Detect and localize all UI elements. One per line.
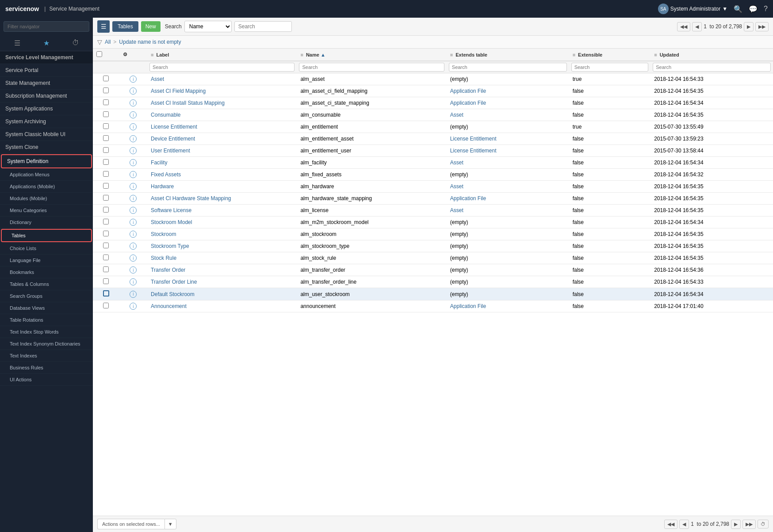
row-checkbox[interactable] xyxy=(103,183,109,189)
th-name[interactable]: ≡ Name ▲ xyxy=(297,49,446,61)
sidebar-item-modules--mobile-[interactable]: Modules (Mobile) xyxy=(0,193,93,205)
info-icon[interactable]: i xyxy=(130,147,137,154)
filter-condition-link[interactable]: Update name is not empty xyxy=(119,39,181,45)
row-extends-link[interactable]: Asset xyxy=(450,112,463,118)
row-extends-link[interactable]: Asset xyxy=(450,207,463,213)
sidebar-item-business-rules[interactable]: Business Rules xyxy=(0,362,93,374)
th-label[interactable]: ≡ Label xyxy=(147,49,297,61)
info-icon[interactable]: i xyxy=(130,195,137,202)
sidebar-item-system-archiving[interactable]: System Archiving xyxy=(0,115,93,128)
sidebar-item-tables[interactable]: Tables xyxy=(1,229,92,242)
info-icon[interactable]: i xyxy=(130,123,137,130)
sidebar-tab-history[interactable]: ⏱ xyxy=(62,37,89,49)
row-label-link[interactable]: Asset xyxy=(151,76,164,82)
search-extends-input[interactable] xyxy=(449,63,567,72)
prev-page-button[interactable]: ◀ xyxy=(692,22,702,31)
sidebar-item-system-applications[interactable]: System Applications xyxy=(0,103,93,115)
sidebar-item-text-indexes[interactable]: Text Indexes xyxy=(0,350,93,362)
row-checkbox[interactable] xyxy=(103,76,109,81)
info-icon[interactable]: i xyxy=(130,207,137,214)
help-icon-button[interactable]: ? xyxy=(764,5,768,13)
sidebar-tab-favorites[interactable]: ★ xyxy=(33,37,60,49)
row-checkbox[interactable] xyxy=(103,231,109,236)
bottom-first-page-button[interactable]: ◀◀ xyxy=(664,520,677,529)
row-checkbox[interactable] xyxy=(103,290,109,296)
row-label-link[interactable]: User Entitlement xyxy=(151,148,190,154)
row-checkbox[interactable] xyxy=(103,207,109,213)
th-settings[interactable]: ⚙ xyxy=(119,49,148,61)
sidebar-item-ui-actions[interactable]: UI Actions xyxy=(0,374,93,386)
select-all-checkbox[interactable] xyxy=(96,51,102,57)
sidebar-item-choice-lists[interactable]: Choice Lists xyxy=(0,243,93,255)
info-icon[interactable]: i xyxy=(130,99,137,106)
row-extends-link[interactable]: Application File xyxy=(450,100,486,106)
sidebar-item-search-groups[interactable]: Search Groups xyxy=(0,290,93,302)
search-input[interactable] xyxy=(234,21,292,32)
row-extends-link[interactable]: Application File xyxy=(450,88,486,94)
row-checkbox[interactable] xyxy=(103,266,109,272)
row-label-link[interactable]: Default Stockroom xyxy=(151,291,195,297)
hamburger-button[interactable]: ☰ xyxy=(97,20,110,33)
row-label-link[interactable]: Stockroom Type xyxy=(151,243,189,249)
search-name-input[interactable] xyxy=(299,63,444,72)
info-icon[interactable]: i xyxy=(130,219,137,226)
row-extends-link[interactable]: Application File xyxy=(450,195,486,201)
row-extends-link[interactable]: Asset xyxy=(450,183,463,190)
sidebar-item-table-rotations[interactable]: Table Rotations xyxy=(0,314,93,326)
sidebar-item-system-classic-mobile-ui[interactable]: System Classic Mobile UI xyxy=(0,128,93,141)
tables-button[interactable]: Tables xyxy=(112,21,138,32)
info-icon[interactable]: i xyxy=(130,255,137,262)
actions-caret-button[interactable]: ▼ xyxy=(165,519,176,529)
row-checkbox[interactable] xyxy=(103,87,109,93)
th-extensible[interactable]: ≡ Extensible xyxy=(569,49,651,61)
th-extends[interactable]: ≡ Extends table xyxy=(447,49,569,61)
bottom-last-page-button[interactable]: ▶▶ xyxy=(742,520,756,529)
navigator-filter-input[interactable] xyxy=(4,21,89,32)
row-checkbox[interactable] xyxy=(103,99,109,105)
search-updated-input[interactable] xyxy=(653,63,771,72)
info-icon[interactable]: i xyxy=(130,76,137,83)
new-button[interactable]: New xyxy=(141,21,161,32)
row-checkbox[interactable] xyxy=(103,243,109,248)
row-checkbox[interactable] xyxy=(103,255,109,260)
filter-all-link[interactable]: All xyxy=(105,39,111,45)
bottom-prev-page-button[interactable]: ◀ xyxy=(679,520,689,529)
info-icon[interactable]: i xyxy=(130,183,137,190)
info-icon[interactable]: i xyxy=(130,278,137,285)
search-icon-button[interactable]: 🔍 xyxy=(734,5,742,13)
search-field-select[interactable]: NameLabelExtends table xyxy=(184,21,232,32)
first-page-button[interactable]: ◀◀ xyxy=(677,22,690,31)
row-label-link[interactable]: Fixed Assets xyxy=(151,171,181,178)
sidebar-item-bookmarks[interactable]: Bookmarks xyxy=(0,266,93,278)
sidebar-item-menu-categories[interactable]: Menu Categories xyxy=(0,205,93,217)
row-label-link[interactable]: Software License xyxy=(151,207,191,213)
row-label-link[interactable]: Transfer Order xyxy=(151,267,185,273)
row-label-link[interactable]: Announcement xyxy=(151,303,187,309)
row-checkbox[interactable] xyxy=(103,111,109,117)
row-label-link[interactable]: Asset CI Field Mapping xyxy=(151,88,206,94)
row-label-link[interactable]: Stockroom Model xyxy=(151,219,192,225)
sidebar-item-service-portal[interactable]: Service Portal xyxy=(0,64,93,77)
info-icon[interactable]: i xyxy=(130,87,137,95)
sidebar-item-applications--mobile-[interactable]: Applications (Mobile) xyxy=(0,181,93,193)
row-checkbox[interactable] xyxy=(103,147,109,153)
info-icon[interactable]: i xyxy=(130,303,137,310)
sidebar-item-dictionary[interactable]: Dictionary xyxy=(0,217,93,228)
bottom-clock-button[interactable]: ⏱ xyxy=(758,520,769,528)
row-extends-link[interactable]: Application File xyxy=(450,303,486,309)
row-label-link[interactable]: Device Entitlement xyxy=(151,136,195,142)
row-checkbox[interactable] xyxy=(103,159,109,165)
sidebar-item-system-clone[interactable]: System Clone xyxy=(0,141,93,154)
bottom-next-page-button[interactable]: ▶ xyxy=(731,520,741,529)
row-checkbox[interactable] xyxy=(103,195,109,201)
row-extends-link[interactable]: License Entitlement xyxy=(450,136,497,142)
row-checkbox[interactable] xyxy=(103,123,109,129)
info-icon[interactable]: i xyxy=(130,159,137,166)
row-label-link[interactable]: Stock Rule xyxy=(151,255,176,261)
sidebar-item-tables---columns[interactable]: Tables & Columns xyxy=(0,278,93,290)
sidebar-item-system-definition[interactable]: System Definition xyxy=(1,154,92,168)
row-label-link[interactable]: Stockroom xyxy=(151,231,176,237)
row-checkbox[interactable] xyxy=(103,303,109,308)
info-icon[interactable]: i xyxy=(130,135,137,142)
row-label-link[interactable]: License Entitlement xyxy=(151,124,197,130)
